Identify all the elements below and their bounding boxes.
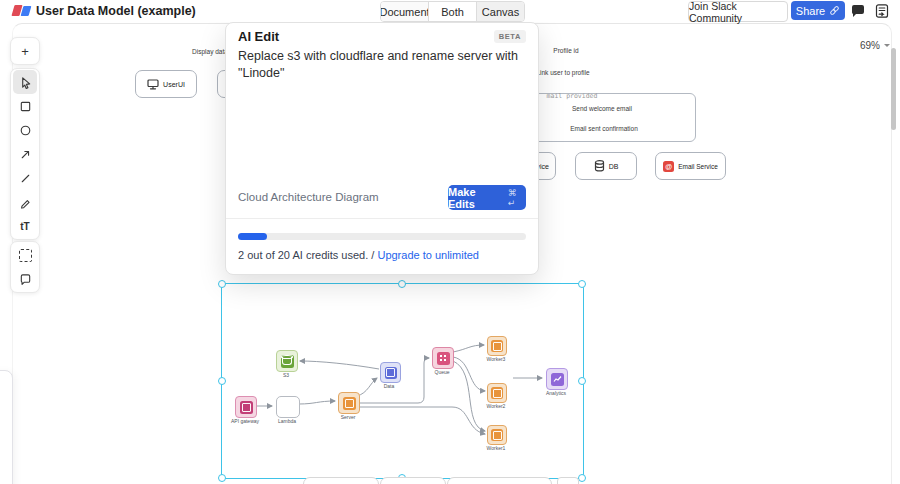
suggestion-pill[interactable] — [380, 477, 446, 484]
beta-badge: BETA — [494, 30, 526, 43]
zoom-level: 69% — [860, 40, 880, 51]
tab-canvas[interactable]: Canvas — [476, 2, 524, 21]
credits-progress-fill — [238, 233, 267, 240]
data-icon — [386, 368, 395, 377]
node-label: Worker3 — [487, 356, 506, 362]
node-label: Data — [384, 383, 395, 389]
node-server[interactable] — [338, 392, 360, 414]
marquee-icon — [19, 249, 32, 262]
eraser-logo-icon[interactable] — [13, 5, 33, 17]
document-title[interactable]: User Data Model (example) — [36, 4, 196, 18]
ellipse-icon — [19, 124, 32, 137]
more-menu-icon[interactable]: ··· — [149, 1, 165, 16]
node-s3[interactable] — [276, 350, 298, 372]
cursor-icon — [19, 76, 32, 89]
sequence-actor-userui[interactable]: UserUI — [135, 70, 197, 98]
toolbar-add-card: + — [10, 37, 40, 65]
comment-tool[interactable] — [13, 267, 37, 291]
zoom-control[interactable]: 69% — [846, 38, 890, 52]
sequence-actor-db[interactable]: DB — [575, 152, 637, 180]
add-tool[interactable]: + — [13, 39, 37, 63]
node-label: API gateway — [231, 418, 259, 424]
rectangle-tool[interactable] — [13, 94, 37, 118]
node-api-gateway[interactable] — [235, 396, 257, 418]
suggestion-button[interactable] — [557, 477, 579, 484]
selection-handle[interactable] — [578, 280, 586, 288]
share-button[interactable]: Share — [791, 1, 845, 20]
node-queue[interactable] — [432, 347, 454, 369]
selection-handle[interactable] — [218, 280, 226, 288]
database-icon — [594, 160, 605, 172]
chevron-down-icon — [884, 44, 890, 47]
shortcut-hint: ⌘ ↵ — [508, 188, 526, 208]
analytics-chart-icon — [553, 375, 562, 383]
selection-handle[interactable] — [218, 474, 226, 482]
credits-used-label: 2 out of 20 AI credits used. — [238, 249, 368, 261]
upgrade-link[interactable]: Upgrade to unlimited — [377, 249, 479, 261]
document-page-edge — [0, 370, 13, 484]
text-tool[interactable]: tT — [13, 214, 37, 238]
pencil-tool[interactable] — [13, 190, 37, 214]
share-label: Share — [796, 5, 825, 17]
node-label: Worker2 — [487, 403, 506, 409]
sequence-actor-email-service[interactable]: @ Email Service — [655, 152, 726, 180]
credits-progress-bar — [238, 233, 526, 240]
node-analytics[interactable] — [546, 368, 568, 390]
app-header: User Data Model (example) ··· Document B… — [0, 0, 900, 22]
worker-icon — [493, 431, 502, 440]
scrollbar-thumb[interactable] — [891, 48, 896, 130]
comment-icon — [19, 273, 32, 286]
api-gateway-icon — [242, 403, 251, 412]
pencil-icon — [19, 196, 32, 209]
divider — [226, 218, 538, 219]
marquee-tool[interactable] — [13, 243, 37, 267]
journal-icon[interactable] — [874, 3, 890, 19]
node-label: Lambda — [278, 418, 296, 424]
node-worker3[interactable] — [487, 336, 507, 356]
join-slack-button[interactable]: Join Slack Community — [688, 1, 788, 22]
node-label: Queue — [434, 369, 449, 375]
node-worker2[interactable] — [487, 383, 507, 403]
ellipse-tool[interactable] — [13, 118, 37, 142]
toolbar-tools-card: tT — [10, 68, 40, 240]
make-edits-label: Make Edits — [448, 186, 503, 210]
tab-document[interactable]: Document — [381, 2, 428, 21]
line-icon — [19, 172, 32, 185]
tab-both[interactable]: Both — [428, 2, 476, 21]
app-window: Display data Profile id Link user to pro… — [0, 0, 900, 484]
server-icon — [345, 399, 354, 408]
line-tool[interactable] — [13, 166, 37, 190]
selection-handle[interactable] — [578, 377, 586, 385]
suggestion-pill[interactable] — [447, 477, 552, 484]
message-label: Link user to profile — [533, 69, 592, 76]
actor-label: UserUI — [163, 81, 185, 88]
selection-handle[interactable] — [578, 474, 586, 482]
arrow-tool[interactable] — [13, 142, 37, 166]
panel-title: AI Edit — [238, 29, 279, 44]
make-edits-button[interactable]: Make Edits ⌘ ↵ — [448, 185, 526, 210]
suggestion-pill[interactable] — [303, 477, 379, 484]
selection-handle[interactable] — [218, 377, 226, 385]
cursor-tool[interactable] — [13, 70, 37, 94]
toolbar-extra-card — [10, 241, 40, 293]
worker-icon — [493, 342, 502, 351]
node-worker1[interactable] — [487, 425, 507, 445]
chat-icon[interactable] — [850, 3, 866, 19]
monitor-icon — [147, 79, 159, 90]
diagram-type-label: Cloud Architecture Diagram — [238, 191, 379, 203]
node-label: S3 — [283, 372, 289, 378]
message-label: Send welcome email — [569, 105, 635, 112]
s3-bucket-icon — [282, 357, 292, 365]
view-mode-tabs: Document Both Canvas — [380, 1, 525, 22]
node-lambda[interactable] — [276, 396, 300, 418]
credits-text: 2 out of 20 AI credits used. / Upgrade t… — [238, 249, 479, 261]
queue-icon — [439, 354, 447, 362]
node-data[interactable] — [380, 362, 401, 383]
ai-prompt-input[interactable]: Replace s3 with cloudflare and rename se… — [238, 48, 526, 82]
selection-handle[interactable] — [398, 280, 406, 288]
actor-label: Email Service — [678, 163, 718, 170]
arrow-icon — [19, 148, 32, 161]
rectangle-icon — [19, 100, 32, 113]
credits-separator: / — [371, 249, 374, 261]
fragment-condition-label: mail provided — [544, 92, 601, 100]
